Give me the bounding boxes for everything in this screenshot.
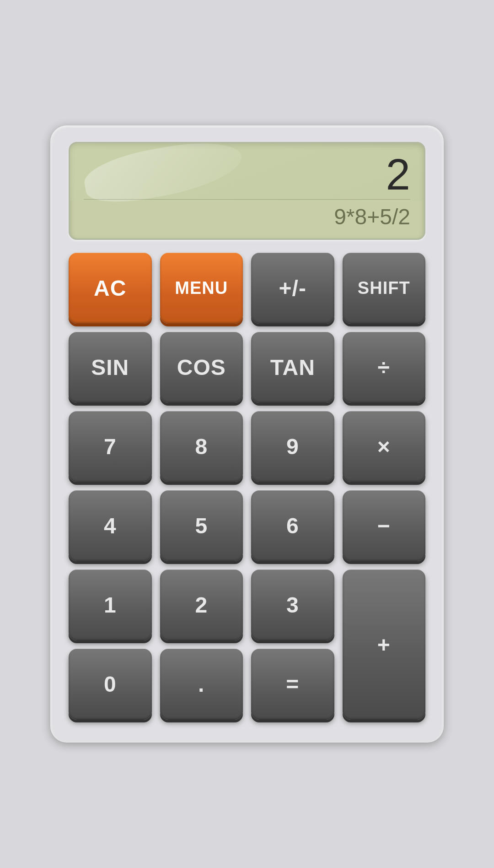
display: 2 9*8+5/2 <box>69 142 425 240</box>
tan-button[interactable]: TAN <box>251 332 334 403</box>
4-button[interactable]: 4 <box>69 490 152 561</box>
1-button[interactable]: 1 <box>69 570 152 640</box>
menu-button[interactable]: MENU <box>160 253 243 324</box>
display-divider <box>84 199 410 200</box>
plusminus-button[interactable]: +/- <box>251 253 334 324</box>
ac-button[interactable]: AC <box>69 253 152 324</box>
5-button[interactable]: 5 <box>160 490 243 561</box>
display-expression: 9*8+5/2 <box>334 204 410 229</box>
shift-button[interactable]: SHIFT <box>343 253 426 324</box>
add-button[interactable]: + <box>343 570 426 720</box>
sin-button[interactable]: SIN <box>69 332 152 403</box>
display-result: 2 <box>386 152 410 196</box>
divide-button[interactable]: ÷ <box>343 332 426 403</box>
multiply-button[interactable]: × <box>343 411 426 482</box>
7-button[interactable]: 7 <box>69 411 152 482</box>
calculator: 2 9*8+5/2 AC MENU +/- SHIFT SIN COS TAN … <box>50 125 444 743</box>
button-grid: AC MENU +/- SHIFT SIN COS TAN ÷ 7 8 9 × … <box>69 253 425 720</box>
8-button[interactable]: 8 <box>160 411 243 482</box>
subtract-button[interactable]: − <box>343 490 426 561</box>
equals-button[interactable]: = <box>251 649 334 720</box>
2-button[interactable]: 2 <box>160 570 243 640</box>
3-button[interactable]: 3 <box>251 570 334 640</box>
0-button[interactable]: 0 <box>69 649 152 720</box>
cos-button[interactable]: COS <box>160 332 243 403</box>
dot-button[interactable]: . <box>160 649 243 720</box>
6-button[interactable]: 6 <box>251 490 334 561</box>
9-button[interactable]: 9 <box>251 411 334 482</box>
